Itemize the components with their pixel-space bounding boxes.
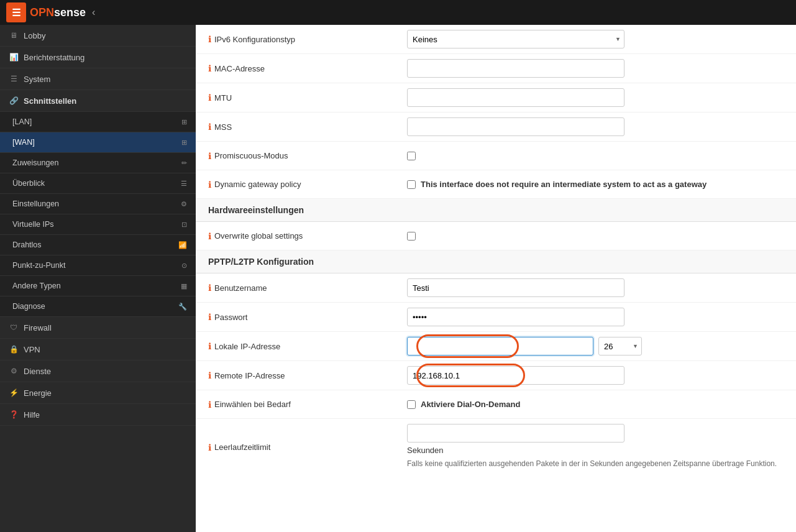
sidebar-item-virtuelle-ips[interactable]: Virtuelle IPs ⊡	[0, 214, 196, 235]
passwort-input[interactable]	[407, 308, 624, 326]
svg-text:☰: ☰	[12, 7, 21, 18]
mac-adresse-label: ℹ MAC-Adresse	[208, 63, 407, 73]
mss-control	[407, 117, 784, 136]
leerlaufzeitlimit-row: ℹ Leerlaufzeitlimit Sekunden Falls keine…	[196, 419, 796, 475]
einwaehlen-checkbox[interactable]	[407, 400, 416, 409]
sidebar-item-wan[interactable]: [WAN] ⊞	[0, 132, 196, 153]
dynamic-gateway-checkbox[interactable]	[407, 180, 416, 189]
system-icon: ☰	[9, 74, 19, 84]
overwrite-info-icon[interactable]: ℹ	[208, 231, 211, 241]
lokale-ip-control: 26 24 25 27 28 29 30 32	[407, 337, 784, 355]
einwaehlen-text: Aktiviere Dial-On-Demand	[421, 400, 520, 409]
pptp-section-title: PPTP/L2TP Konfiguration	[196, 250, 796, 273]
promiscuous-info-icon[interactable]: ℹ	[208, 151, 211, 161]
sidebar-item-vpn[interactable]: 🔒 VPN	[0, 339, 196, 360]
ptp-icon: ⊙	[181, 262, 187, 270]
mss-row: ℹ MSS	[196, 112, 796, 142]
leerlaufzeitlimit-note: Falls keine qualifizierten ausgehenden P…	[407, 457, 777, 470]
sidebar-item-zuweisungen[interactable]: Zuweisungen ✏	[0, 153, 196, 173]
leerlaufzeitlimit-control: Sekunden Falls keine qualifizierten ausg…	[407, 424, 784, 470]
mac-adresse-input[interactable]	[407, 59, 624, 78]
lokale-ip-subnet-select[interactable]: 26 24 25 27 28 29 30 32	[598, 337, 642, 355]
lokale-ip-info-icon[interactable]: ℹ	[208, 341, 211, 351]
remote-ip-row: ℹ Remote IP-Adresse	[196, 361, 796, 390]
sidebar-item-drahtlos[interactable]: Drahtlos 📶	[0, 235, 196, 255]
sidebar-item-berichterstattung[interactable]: 📊 Berichterstattung	[0, 47, 196, 68]
sidebar-item-system[interactable]: ☰ System	[0, 68, 196, 90]
sidebar-item-energie[interactable]: ⚡ Energie	[0, 382, 196, 404]
einwaehlen-info-icon[interactable]: ℹ	[208, 400, 211, 410]
sidebar-item-andere-typen[interactable]: Andere Typen ▦	[0, 276, 196, 296]
sidebar-item-ueberblick[interactable]: Überblick ☰	[0, 173, 196, 194]
mtu-row: ℹ MTU	[196, 83, 796, 112]
dynamic-gateway-label: ℹ Dynamic gateway policy	[208, 180, 407, 190]
remote-ip-input[interactable]	[407, 366, 624, 385]
benutzername-row: ℹ Benutzername	[196, 273, 796, 303]
overwrite-global-row: ℹ Overwrite global settings	[196, 222, 796, 250]
gear-icon: ⚙	[9, 366, 19, 376]
sidebar-item-einstellungen[interactable]: Einstellungen ⚙	[0, 194, 196, 214]
sidebar-item-hilfe[interactable]: ❓ Hilfe	[0, 404, 196, 426]
sidebar-toggle[interactable]: ‹	[92, 7, 95, 18]
promiscuous-label: ℹ Promiscuous-Modus	[208, 151, 407, 161]
sidebar-item-punkt-zu-punkt[interactable]: Punkt-zu-Punkt ⊙	[0, 255, 196, 276]
lokale-ip-input[interactable]	[407, 337, 593, 355]
passwort-label: ℹ Passwort	[208, 312, 407, 322]
einwaehlen-row: ℹ Einwählen bei Bedarf Aktiviere Dial-On…	[196, 390, 796, 419]
benutzername-input[interactable]	[407, 278, 624, 297]
passwort-control	[407, 308, 784, 326]
passwort-info-icon[interactable]: ℹ	[208, 312, 211, 322]
dynamic-gateway-text: This interface does not require an inter…	[421, 180, 707, 189]
monitor-icon: 🖥	[9, 30, 19, 40]
benutzername-info-icon[interactable]: ℹ	[208, 283, 211, 293]
einwaehlen-label: ℹ Einwählen bei Bedarf	[208, 400, 407, 410]
mss-info-icon[interactable]: ℹ	[208, 122, 211, 132]
ipv6-info-icon[interactable]: ℹ	[208, 34, 211, 44]
mac-adresse-control	[407, 59, 784, 78]
wifi-icon: 📶	[178, 241, 187, 249]
remote-ip-label: ℹ Remote IP-Adresse	[208, 370, 407, 380]
sidebar-item-schnittstellen[interactable]: 🔗 Schnittstellen	[0, 90, 196, 112]
sidebar-item-diagnose[interactable]: Diagnose 🔧	[0, 296, 196, 317]
sekunden-label: Sekunden	[407, 446, 444, 455]
brand: ☰ OPNsense	[6, 2, 86, 22]
mac-info-icon[interactable]: ℹ	[208, 63, 211, 73]
overwrite-global-control	[407, 232, 784, 241]
ipv6-config-select[interactable]: Keines	[407, 30, 624, 48]
sidebar-item-lan[interactable]: [LAN] ⊞	[0, 112, 196, 132]
overwrite-global-checkbox[interactable]	[407, 232, 416, 241]
mss-label: ℹ MSS	[208, 122, 407, 132]
mtu-input[interactable]	[407, 88, 624, 107]
hardware-section-title: Hardwareeinstellungen	[196, 199, 796, 222]
brand-text: OPNsense	[30, 6, 86, 19]
shield-icon: 🛡	[9, 323, 19, 332]
sidebar-item-lobby[interactable]: 🖥 Lobby	[0, 25, 196, 47]
ipv6-config-row: ℹ IPv6 Konfigurationstyp Keines	[196, 25, 796, 54]
sidebar-item-firewall[interactable]: 🛡 Firewall	[0, 317, 196, 339]
sidebar-item-dienste[interactable]: ⚙ Dienste	[0, 360, 196, 382]
benutzername-control	[407, 278, 784, 297]
lan-icon: ⊞	[181, 118, 187, 126]
mtu-info-icon[interactable]: ℹ	[208, 93, 211, 103]
dynamic-gateway-info-icon[interactable]: ℹ	[208, 180, 211, 190]
lokale-ip-subnet-wrapper: 26 24 25 27 28 29 30 32	[598, 337, 642, 355]
leerlaufzeitlimit-input[interactable]	[407, 424, 624, 443]
leerlaufzeitlimit-label: ℹ Leerlaufzeitlimit	[208, 443, 407, 452]
promiscuous-checkbox[interactable]	[407, 152, 416, 160]
sidebar: 🖥 Lobby 📊 Berichterstattung ☰ System 🔗 S…	[0, 25, 196, 532]
leerlaufzeitlimit-info-icon[interactable]: ℹ	[208, 443, 211, 452]
promiscuous-control	[407, 152, 784, 160]
lock-icon: 🔒	[9, 344, 19, 354]
mtu-label: ℹ MTU	[208, 93, 407, 103]
ipv6-config-label: ℹ IPv6 Konfigurationstyp	[208, 34, 407, 44]
lokale-ip-label: ℹ Lokale IP-Adresse	[208, 341, 407, 351]
dynamic-gateway-control: This interface does not require an inter…	[407, 180, 784, 189]
vip-icon: ⊡	[181, 221, 187, 229]
mss-input[interactable]	[407, 117, 624, 136]
remote-ip-info-icon[interactable]: ℹ	[208, 370, 211, 380]
benutzername-label: ℹ Benutzername	[208, 283, 407, 293]
overwrite-global-label: ℹ Overwrite global settings	[208, 231, 407, 241]
navbar: ☰ OPNsense ‹	[0, 0, 796, 25]
diagnose-icon: 🔧	[178, 303, 187, 311]
promiscuous-row: ℹ Promiscuous-Modus	[196, 142, 796, 170]
